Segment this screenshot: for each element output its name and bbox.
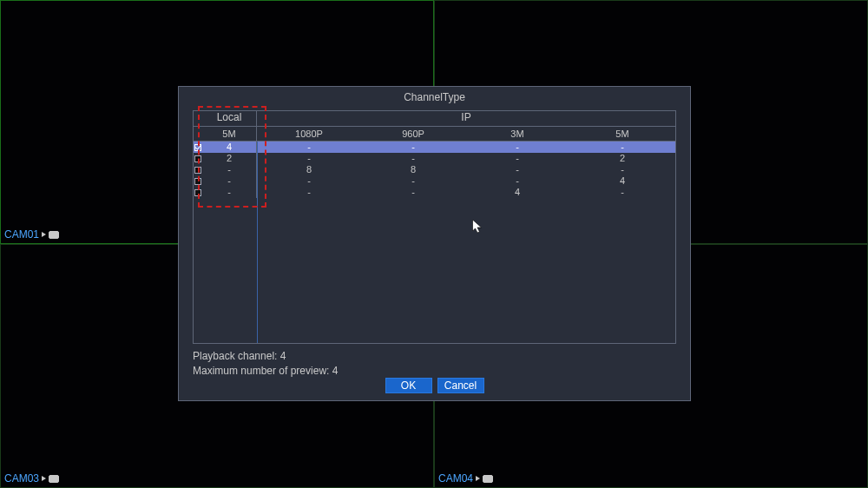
cell-local-5m: 2 [202,153,257,164]
cell-ip-5m: - [569,164,675,175]
camera-label: CAM01 [4,228,59,241]
channel-table: Local IP 5M 1080P 960P 3M 5M 4----2---2-… [193,110,676,344]
row-checkbox-cell [194,175,202,187]
checkbox-column-header [194,127,202,142]
camera-name: CAM01 [4,228,39,241]
row-checkbox-cell [194,153,202,164]
cell-ip-5m: - [569,187,675,198]
row-checkbox[interactable] [194,189,201,196]
camera-name: CAM04 [438,472,473,485]
camera-icon [49,475,59,483]
cell-960p: - [361,153,465,164]
row-checkbox[interactable] [194,144,201,151]
dialog-title: ChannelType [179,87,690,108]
row-checkbox-cell [194,187,202,198]
cell-1080p: - [257,142,361,153]
cell-local-5m: - [202,175,257,187]
cell-local-5m: 4 [202,142,257,153]
cell-ip-5m: 2 [569,153,675,164]
cell-1080p: - [257,187,361,198]
row-checkbox[interactable] [194,155,201,162]
cell-960p: - [361,187,465,198]
cell-960p: 8 [361,164,465,175]
dialog-footer: Playback channel: 4 Maximum number of pr… [193,349,676,379]
ok-button[interactable]: OK [385,378,432,393]
cell-3m: 4 [465,187,569,198]
table-row[interactable]: ----4 [194,175,675,187]
cell-local-5m: - [202,164,257,175]
row-checkbox[interactable] [194,167,201,174]
cell-960p: - [361,142,465,153]
column-header-1080p: 1080P [257,127,361,142]
table-row[interactable]: 2---2 [194,153,675,164]
cell-3m: - [465,175,569,187]
column-header-960p: 960P [361,127,465,142]
cell-3m: - [465,164,569,175]
camera-label: CAM03 [4,472,59,485]
cell-ip-5m: - [569,142,675,153]
table-row[interactable]: 4---- [194,142,675,153]
column-header-ip-5m: 5M [569,127,675,142]
speaker-icon [42,232,46,237]
max-preview-text: Maximum number of preview: 4 [193,364,676,379]
cell-1080p: 8 [257,164,361,175]
cell-3m: - [465,153,569,164]
cancel-button[interactable]: Cancel [437,378,484,393]
column-divider [257,142,258,343]
cell-960p: - [361,175,465,187]
column-group-local: Local [202,111,257,127]
camera-icon [483,475,493,483]
channel-type-dialog: ChannelType Local IP 5M 1080P 960P 3M 5M… [178,86,691,401]
row-checkbox-cell [194,142,202,153]
cell-3m: - [465,142,569,153]
column-header-3m: 3M [465,127,569,142]
cell-1080p: - [257,175,361,187]
camera-name: CAM03 [4,472,39,485]
camera-icon [49,231,59,239]
column-header-local-5m: 5M [202,127,257,142]
row-checkbox[interactable] [194,178,201,185]
cell-ip-5m: 4 [569,175,675,187]
speaker-icon [42,476,46,481]
checkbox-column-header [194,111,202,127]
cell-1080p: - [257,153,361,164]
camera-label: CAM04 [438,472,493,485]
row-checkbox-cell [194,164,202,175]
table-row[interactable]: -88-- [194,164,675,175]
column-group-ip: IP [257,111,675,127]
playback-channel-text: Playback channel: 4 [193,349,676,364]
cell-local-5m: - [202,187,257,198]
table-row[interactable]: ---4- [194,187,675,198]
speaker-icon [476,476,480,481]
